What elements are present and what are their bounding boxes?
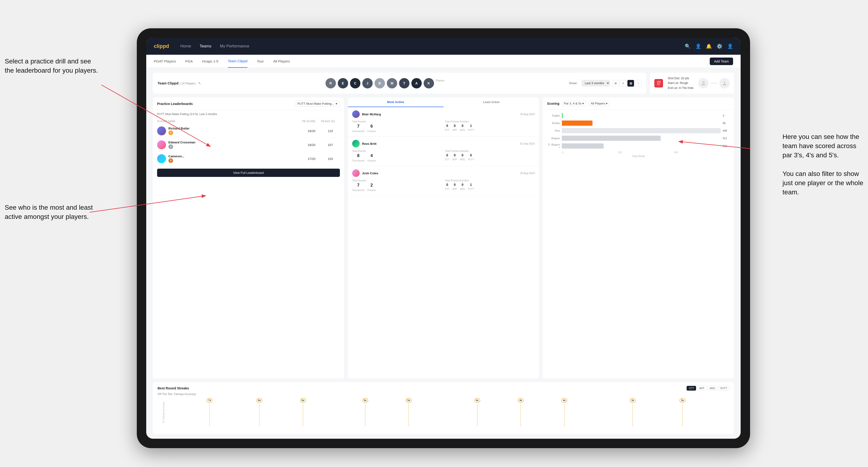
lb-badge-3: 3 <box>168 158 173 163</box>
pac-activities-row-2: 0 OTT 0 APP 0 ARG <box>445 153 535 161</box>
bar-Eagles <box>562 113 563 118</box>
streak-dot-6: 4x <box>518 398 524 427</box>
tab-most-active[interactable]: Most Active <box>348 97 443 107</box>
settings-icon[interactable]: ⚙️ <box>717 43 722 49</box>
lb-player-3: Cameron... 3 <box>157 154 302 163</box>
avatar-6[interactable]: M <box>387 78 397 88</box>
card-view-icon[interactable]: ▦ <box>627 80 634 87</box>
pac-player-1: Blair McHarg <box>352 111 381 118</box>
chart-axis: 0 200 400 <box>547 151 730 154</box>
nav-performance[interactable]: My Performance <box>220 44 249 49</box>
streak-line-9 <box>682 404 683 427</box>
bar-D. Bogeys + <box>562 144 603 149</box>
pac-putt-3: 1 PUTT <box>468 183 474 191</box>
pac-app-3: 0 APP <box>453 183 457 191</box>
axis-400: 400 <box>674 151 730 154</box>
subnav-all-players[interactable]: All Players <box>273 55 290 68</box>
streak-line-8 <box>632 404 633 427</box>
streak-filter-arg[interactable]: ARG <box>707 386 717 391</box>
pac-josh: Josh Coles 26 Aug 2023 Total Rounds 7 <box>348 166 539 195</box>
streaks-filters: OTT APP ARG PUTT <box>687 386 729 391</box>
tablet-frame: clippd Home Teams My Performance 🔍 👤 🔔 ⚙… <box>137 28 750 448</box>
pac-ott-3: 0 OTT <box>445 183 450 191</box>
yardage-end-num: 0 <box>724 81 725 83</box>
period-select[interactable]: Last 3 months <box>582 80 610 86</box>
chart-row-pars: Pars499 <box>547 128 730 133</box>
yardage-start-label: yds <box>702 83 705 86</box>
grid-view-icon[interactable]: ⊞ <box>612 80 619 87</box>
par-filter[interactable]: Par 3, 4 & 5s ▾ <box>562 101 586 106</box>
pac-rounds-3: Total Rounds 7 Tournament 2 Practice <box>352 179 442 192</box>
avatar-3[interactable]: C <box>350 78 361 88</box>
view-leaderboard-button[interactable]: View Full Leaderboard <box>157 168 340 177</box>
streak-badge-3: 5x <box>362 398 368 403</box>
leaderboard-subtitle: PUTT Must Make Putting (3-6 ft), Last 3 … <box>153 110 344 118</box>
pac-activities-label-1: Total Practice Activities <box>445 120 535 123</box>
col-pb-avg: PB AVG SQ <box>321 120 340 123</box>
lb-avatar-2 <box>157 140 166 149</box>
chart-label-D. Bogeys +: D. Bogeys + <box>547 143 560 149</box>
avatar-8[interactable]: A <box>411 78 422 88</box>
pac-date-3: 26 Aug 2023 <box>520 172 535 175</box>
bar-Bogeys <box>562 135 661 141</box>
lb-name-1: Richard Butler <box>168 127 190 130</box>
pac-ott-2: 0 OTT <box>445 153 450 161</box>
yardage-row: 16 yds 0 yds <box>698 78 730 88</box>
drill-selector[interactable]: PUTT Must Make Putting... ▾ <box>295 101 340 106</box>
pac-player-3: Josh Coles <box>352 169 378 177</box>
streak-filter-putt[interactable]: PUTT <box>718 386 729 391</box>
list-view-icon[interactable]: ≡ <box>620 80 626 87</box>
lb-player-info-3: Cameron... 3 <box>168 154 184 163</box>
add-team-button[interactable]: Add Team <box>710 58 733 65</box>
table-view-icon[interactable]: ↕ <box>635 80 642 87</box>
profile-icon[interactable]: 👤 <box>695 43 701 49</box>
avatar-2[interactable]: E <box>338 78 348 88</box>
streak-badge-4: 5x <box>406 398 412 403</box>
pac-arg-2: 0 ARG <box>460 153 465 161</box>
chart-row-d.-bogeys-+: D. Bogeys +131 <box>547 143 730 149</box>
yardage-start-num: 16 <box>702 81 705 83</box>
main-content: Team Clippd | 14 Players ✎ R E C J B M T… <box>146 68 741 439</box>
bell-icon[interactable]: 🔔 <box>706 43 712 49</box>
subnav-tour[interactable]: Tour <box>257 55 264 68</box>
edit-icon[interactable]: ✎ <box>198 81 201 85</box>
lb-avg-1: 110 <box>321 129 340 133</box>
pac-app-1: 0 APP <box>453 124 457 132</box>
chevron-down-icon: ▾ <box>336 102 337 105</box>
brand-logo: clippd <box>154 43 169 49</box>
subnav-pga[interactable]: PGA <box>185 55 193 68</box>
chart-label-Eagles: Eagles <box>547 114 560 117</box>
nav-home[interactable]: Home <box>181 44 191 49</box>
avatar-1[interactable]: R <box>326 78 336 88</box>
lb-avatar-3 <box>157 154 166 163</box>
navbar-icons: 🔍 👤 🔔 ⚙️ 👤 <box>685 43 733 49</box>
avatar-5[interactable]: B <box>375 78 385 88</box>
navbar-nav: Home Teams My Performance <box>181 44 685 49</box>
pac-name-3: Josh Coles <box>362 172 378 175</box>
subnav-team-clippd[interactable]: Team Clippd <box>228 55 247 68</box>
subnav-hcaps[interactable]: Hcaps 1-5 <box>202 55 218 68</box>
view-controls: Show: Last 3 months ⊞ ≡ ▦ ↕ <box>569 80 642 87</box>
pac-arg-3: 0 ARG <box>460 183 465 191</box>
subnav-pgat[interactable]: PGAT Players <box>154 55 176 68</box>
streak-filter-app[interactable]: APP <box>697 386 706 391</box>
streak-filter-ott[interactable]: OTT <box>687 386 696 391</box>
pac-header-1: Blair McHarg 26 Aug 2023 <box>352 111 535 118</box>
lb-row-3: Cameron... 3 17/20 103 <box>153 152 344 166</box>
streak-dots-area: 7x6x6x5x5x4x4x4x3x3x <box>169 398 729 427</box>
scoring-header: Scoring Par 3, 4 & 5s ▾ All Players ▾ <box>543 97 734 110</box>
y-axis-label: % Fairway Accuracy <box>162 402 165 423</box>
player-filter[interactable]: All Players ▾ <box>588 101 610 106</box>
tab-least-active[interactable]: Least Active <box>443 97 539 107</box>
avatar-9[interactable]: K <box>424 78 434 88</box>
nav-teams[interactable]: Teams <box>199 44 211 49</box>
chart-value-Bogeys: 311 <box>723 137 730 139</box>
user-avatar[interactable]: 👤 <box>727 43 733 49</box>
search-icon[interactable]: 🔍 <box>685 43 691 49</box>
navbar: clippd Home Teams My Performance 🔍 👤 🔔 ⚙… <box>146 38 741 55</box>
streak-dot-2: 6x <box>300 398 306 427</box>
avatar-4[interactable]: J <box>362 78 373 88</box>
avatar-7[interactable]: T <box>399 78 409 88</box>
lb-player-2: Edward Crossman 2 <box>157 140 302 149</box>
bar-container-Eagles <box>562 113 721 118</box>
